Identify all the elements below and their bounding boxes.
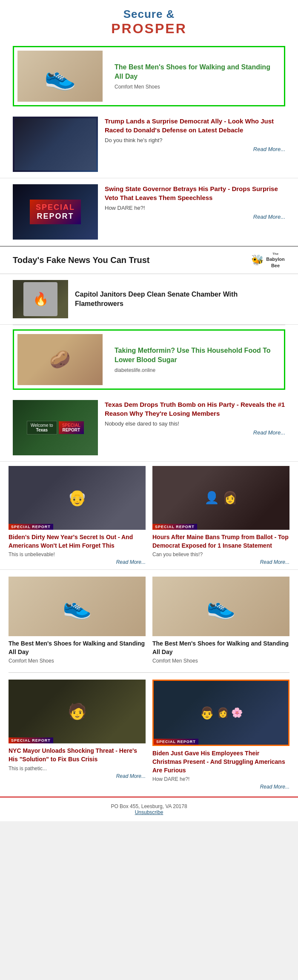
maine-special-report-badge: SPECIAL REPORT: [152, 524, 197, 530]
person-icon-maine1: 👤: [204, 491, 219, 505]
bottom-two-col-news: 🧑 SPECIAL REPORT NYC Mayor Unloads Shock…: [0, 673, 298, 797]
shoe-img-1: 👟: [9, 577, 146, 636]
ad2-content: Taking Metformin? Use This Household Foo…: [109, 346, 281, 374]
babylon-header: Today's Fake News You Can Trust 🐝 The Ba…: [0, 246, 298, 274]
logo-prosper: PROSPER: [4, 21, 294, 37]
shoe-visual-2: 👟: [152, 577, 289, 636]
ad2-source: diabeteslife.online: [115, 367, 281, 373]
shoe-ads-row: 👟 The Best Men's Shoes for Walking and S…: [0, 569, 298, 672]
shoe-icon-2: 👟: [206, 593, 236, 620]
shoe-source-1: Comfort Men Shoes: [9, 658, 146, 664]
ad2-image: 🥔: [17, 334, 103, 385]
bottom-col-christmas: 👨 👩 🌸 SPECIAL REPORT Biden Just Gave His…: [152, 680, 289, 790]
ad2-title: Taking Metformin? Use This Household Foo…: [115, 346, 281, 365]
shoe-img-2: 👟: [152, 577, 289, 636]
nyc-read-more[interactable]: Read More...: [9, 773, 146, 779]
maine-col-read-more[interactable]: Read More...: [152, 559, 289, 565]
trump-image: [13, 117, 98, 172]
food-icon: 🥔: [49, 349, 71, 369]
logo-secure: Secure &: [4, 8, 294, 21]
maine-img-wrapper: 👤 👩 SPECIAL REPORT: [152, 466, 289, 530]
section-divider-1: [13, 325, 285, 325]
ad1-image: 👟: [17, 51, 103, 102]
christmas-image: 👨 👩 🌸 SPECIAL REPORT: [154, 681, 288, 745]
ad1-content: The Best Men's Shoes for Walking and Sta…: [109, 63, 281, 90]
christmas-link[interactable]: Biden Just Gave His Employees Their Chri…: [152, 750, 285, 773]
bottom-col-nyc: 🧑 SPECIAL REPORT NYC Mayor Unloads Shock…: [9, 680, 146, 790]
nyc-link[interactable]: NYC Mayor Unloads Shocking Threat - Here…: [9, 747, 137, 763]
biden-image: 👴 SPECIAL REPORT: [9, 466, 146, 530]
shoe-title-1: The Best Men's Shoes for Walking and Sta…: [9, 640, 146, 656]
christmas-sub: How DARE he?!: [152, 776, 289, 782]
biden-col-title: Biden's Dirty New Year's Secret Is Out -…: [9, 533, 146, 550]
biden-special-report-badge: SPECIAL REPORT: [9, 524, 53, 530]
flower-icon: 🌸: [231, 707, 243, 718]
shoe-ad-1[interactable]: 👟 The Best Men's Shoes for Walking and S…: [9, 577, 146, 666]
christmas-title: Biden Just Gave His Employees Their Chri…: [152, 749, 289, 774]
logo-ampersand: &: [166, 8, 175, 20]
biden-img-wrapper: 👴 SPECIAL REPORT: [9, 466, 146, 530]
texas-title: Texas Dem Drops Truth Bomb on His Party …: [105, 400, 285, 418]
maine-image: 👤 👩 SPECIAL REPORT: [152, 466, 289, 530]
swing-title: Swing State Governor Betrays His Party -…: [105, 184, 285, 202]
unsubscribe-link[interactable]: Unsubscribe: [135, 809, 163, 815]
biden-col-read-more[interactable]: Read More...: [9, 559, 146, 565]
footer-address: PO Box 455, Leesburg, VA 20178: [4, 803, 294, 809]
babylon-article-image: 🔥: [13, 280, 68, 318]
shoe-ad-2[interactable]: 👟 The Best Men's Shoes for Walking and S…: [152, 577, 289, 666]
ad-block-2[interactable]: 🥔 Taking Metformin? Use This Household F…: [13, 329, 285, 390]
swing-image: SPECIAL REPORT: [13, 184, 98, 240]
maine-col-sub: Can you believe this!?: [152, 551, 289, 557]
person-icon-nyc: 🧑: [68, 703, 87, 720]
shoe-icon: 👟: [44, 61, 76, 91]
maine-col-title: Hours After Maine Bans Trump from Ballot…: [152, 533, 289, 550]
texas-sub: Nobody else dared to say this!: [105, 420, 285, 427]
babylon-article-title: Capitol Janitors Deep Clean Senate Chamb…: [75, 290, 285, 309]
footer: PO Box 455, Leesburg, VA 20178 Unsubscri…: [0, 797, 298, 821]
ad1-source: Comfort Men Shoes: [115, 84, 281, 90]
biden-col-link[interactable]: Biden's Dirty New Year's Secret Is Out -…: [9, 534, 133, 549]
person-icon-biden: 👴: [68, 489, 87, 507]
babylon-section-title: Today's Fake News You Can Trust: [13, 255, 251, 265]
texas-content: Texas Dem Drops Truth Bomb on His Party …: [105, 400, 285, 455]
nyc-title: NYC Mayor Unloads Shocking Threat - Here…: [9, 747, 146, 763]
swing-link[interactable]: Swing State Governor Betrays His Party -…: [105, 185, 278, 201]
news-item-swing: SPECIAL REPORT Swing State Governor Betr…: [0, 178, 298, 246]
shoe-visual-1: 👟: [9, 577, 146, 636]
trump-link[interactable]: Trump Lands a Surprise Democrat Ally - L…: [105, 117, 274, 134]
nyc-image: 🧑 SPECIAL REPORT: [9, 680, 146, 743]
logo: Secure & PROSPER: [4, 8, 294, 37]
trump-read-more[interactable]: Read More...: [105, 146, 285, 152]
col-item-maine: 👤 👩 SPECIAL REPORT Hours After Maine Ban…: [152, 466, 289, 565]
swing-content: Swing State Governor Betrays His Party -…: [105, 184, 285, 240]
nyc-img-wrapper: 🧑 SPECIAL REPORT: [9, 680, 146, 743]
nyc-badge-overlay: SPECIAL REPORT: [9, 736, 146, 743]
ad1-title: The Best Men's Shoes for Walking and Sta…: [115, 63, 281, 82]
trump-content: Trump Lands a Surprise Democrat Ally - L…: [105, 117, 285, 172]
bee-icon: 🐝: [251, 254, 264, 266]
biden-badge-overlay: SPECIAL REPORT: [9, 522, 146, 530]
news-item-texas: Welcome toTexas SPECIAL REPORT Texas Dem…: [0, 394, 298, 462]
christmas-read-more[interactable]: Read More...: [152, 784, 289, 790]
christmas-special-report-badge: SPECIAL REPORT: [154, 739, 198, 745]
shoe-title-2: The Best Men's Shoes for Walking and Sta…: [152, 640, 289, 656]
person-icon-christmas2: 👩: [217, 707, 229, 718]
person-icon-christmas1: 👨: [200, 706, 215, 720]
trump-title: Trump Lands a Surprise Democrat Ally - L…: [105, 117, 285, 134]
texas-read-more[interactable]: Read More...: [105, 429, 285, 436]
maine-col-link[interactable]: Hours After Maine Bans Trump from Ballot…: [152, 534, 289, 549]
christmas-badge-overlay: SPECIAL REPORT: [154, 737, 288, 745]
texas-image: Welcome toTexas SPECIAL REPORT: [13, 400, 98, 455]
christmas-orange-border: 👨 👩 🌸 SPECIAL REPORT: [152, 680, 289, 746]
nyc-sub: This is pathetic...: [9, 766, 146, 771]
shoe-icon-1: 👟: [63, 593, 92, 620]
ad-block-1[interactable]: 👟 The Best Men's Shoes for Walking and S…: [13, 46, 285, 106]
col-item-biden: 👴 SPECIAL REPORT Biden's Dirty New Year'…: [9, 466, 146, 565]
christmas-img-wrapper: 👨 👩 🌸 SPECIAL REPORT: [154, 681, 288, 745]
biden-col-sub: This is unbelievable!: [9, 551, 146, 557]
trump-sub: Do you think he's right?: [105, 137, 285, 143]
texas-link[interactable]: Texas Dem Drops Truth Bomb on His Party …: [105, 401, 285, 417]
swing-read-more[interactable]: Read More...: [105, 214, 285, 220]
swing-sub: How DARE he?!: [105, 205, 285, 211]
two-col-news: 👴 SPECIAL REPORT Biden's Dirty New Year'…: [0, 462, 298, 569]
